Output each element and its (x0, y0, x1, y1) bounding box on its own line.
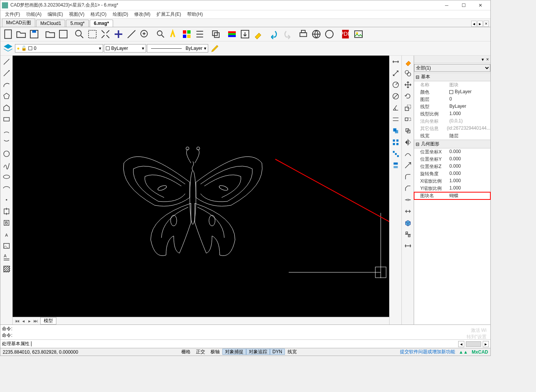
zoom-realtime-icon[interactable] (138, 28, 151, 40)
tab-close-icon[interactable]: × (483, 21, 489, 27)
mtext-icon[interactable]: A (1, 252, 12, 263)
menu-help[interactable]: 帮助(H) (184, 10, 206, 18)
minimize-button[interactable]: ─ (438, 0, 455, 10)
color-combo[interactable]: ByLayer ▾ (104, 44, 146, 53)
section-geometry[interactable]: ⊟ 几何图形 (414, 140, 490, 148)
drawing-canvas[interactable]: X Y 50 350 50 150 (13, 56, 389, 317)
print-icon[interactable] (297, 28, 309, 40)
fillet-icon[interactable] (403, 171, 413, 182)
copy-icon[interactable] (210, 28, 222, 40)
pencil-icon[interactable] (209, 42, 221, 54)
copy-blue-icon[interactable] (390, 125, 401, 136)
cmd-scroll-thumb[interactable] (466, 341, 481, 347)
zoom-all-icon[interactable] (99, 28, 112, 40)
list-icon[interactable] (194, 28, 206, 40)
array-path-icon[interactable] (390, 148, 401, 159)
copy-modify-icon[interactable] (403, 68, 413, 79)
ellipse-arc-icon[interactable] (1, 183, 12, 194)
polygon-icon[interactable] (1, 91, 12, 102)
menu-draw[interactable]: 绘图(D) (110, 10, 132, 18)
tab-prev-icon[interactable]: ◂ (471, 21, 477, 27)
pentagon-icon[interactable] (1, 102, 12, 113)
linetype-combo[interactable]: ByLayer ▾ (147, 44, 208, 53)
palette-icon[interactable] (226, 28, 238, 40)
scale-icon[interactable] (403, 102, 413, 113)
offset-icon[interactable] (403, 125, 413, 136)
layers-icon[interactable] (2, 42, 14, 54)
open-file-icon[interactable] (15, 28, 27, 40)
feedback-link[interactable]: 提交软件问题或增加新功能 (400, 349, 455, 355)
highlight-icon[interactable] (168, 28, 180, 40)
model-next-icon[interactable]: ▸ (26, 318, 33, 324)
folder-open-icon[interactable] (44, 28, 56, 40)
text-icon[interactable]: A (1, 229, 12, 240)
break-icon[interactable] (403, 194, 413, 205)
arc-icon[interactable] (1, 79, 12, 90)
property-row[interactable]: 图块名蝴蝶 (414, 192, 490, 199)
rectangle-icon[interactable] (1, 114, 12, 125)
move-icon[interactable] (403, 79, 413, 90)
brush-icon[interactable] (252, 28, 264, 40)
image-insert-icon[interactable] (1, 240, 12, 251)
property-row[interactable]: 位置坐标X0.000 (414, 148, 490, 156)
menu-function[interactable]: 功能(A) (23, 10, 44, 18)
image-icon[interactable] (352, 28, 365, 40)
selection-filter-combo[interactable]: 全部(1) (414, 64, 490, 72)
line-icon[interactable] (1, 56, 12, 67)
trim-icon[interactable] (403, 148, 413, 159)
menu-modify[interactable]: 修改(M) (131, 10, 153, 18)
tab-6mxg[interactable]: 6.mxg* (90, 20, 113, 27)
property-row[interactable]: 颜色ByLayer (414, 89, 490, 96)
property-row[interactable]: 名称图块 (414, 81, 490, 89)
dim-horizontal-icon[interactable] (390, 114, 401, 125)
menu-format[interactable]: 格式(O) (87, 10, 109, 18)
status-toggle-对象捕捉[interactable]: 对象捕捉 (222, 349, 246, 355)
web2-icon[interactable] (323, 28, 335, 40)
circle-icon[interactable] (1, 148, 12, 159)
panel-minimize-icon[interactable]: ▾ (482, 57, 484, 62)
model-last-icon[interactable]: ⏭ (33, 318, 39, 324)
export-icon[interactable] (239, 28, 251, 40)
tab-5mxg[interactable]: 5.mxg* (66, 20, 89, 27)
cmd-scroll-right-icon[interactable]: ▸ (483, 341, 489, 347)
chamfer-icon[interactable] (403, 183, 413, 194)
property-row[interactable]: 线宽随层 (414, 132, 490, 140)
zoom-extents-icon[interactable] (86, 28, 99, 40)
move-down-icon[interactable] (390, 160, 401, 171)
find-icon[interactable] (155, 28, 167, 40)
property-row[interactable]: 线型ByLayer (414, 103, 490, 110)
measure-icon[interactable] (125, 28, 138, 40)
model-first-icon[interactable]: ⏮ (14, 318, 20, 324)
property-row[interactable]: 旋转角度0.000 (414, 170, 490, 178)
redo-icon[interactable] (281, 28, 293, 40)
tab-mxcad-cloud[interactable]: MxCAD云图 (2, 18, 35, 27)
property-row[interactable]: 线型比例1.000 (414, 110, 490, 118)
new-file-icon[interactable] (2, 28, 14, 40)
dim-diameter-icon[interactable] (390, 91, 401, 102)
property-row[interactable]: 位置坐标Z0.000 (414, 163, 490, 170)
tab-next-icon[interactable]: ▸ (477, 21, 483, 27)
model-prev-icon[interactable]: ◂ (20, 318, 26, 324)
arc2-icon[interactable] (1, 125, 12, 136)
grid-colors-icon[interactable] (181, 28, 193, 40)
menu-ext-tools[interactable]: 扩展工具(E) (153, 10, 184, 18)
pdf-icon[interactable]: PDF (339, 28, 352, 40)
zoom-window-icon[interactable] (73, 28, 85, 40)
status-toggle-对象追踪[interactable]: 对象追踪 (246, 349, 270, 355)
save-as-icon[interactable] (57, 28, 69, 40)
close-button[interactable]: ✕ (472, 0, 489, 10)
dim-linear-icon[interactable] (390, 56, 401, 67)
status-toggle-线宽[interactable]: 线宽 (285, 349, 299, 355)
property-row[interactable]: 其它信息(id:2672329440144... (414, 125, 490, 132)
arc3-icon[interactable] (1, 137, 12, 148)
stretch-icon[interactable] (403, 114, 413, 125)
spline-icon[interactable] (1, 160, 12, 171)
dim-angular-icon[interactable] (390, 102, 401, 113)
ellipse-icon[interactable] (1, 171, 12, 182)
mirror-icon[interactable] (403, 137, 413, 148)
eraser-icon[interactable] (403, 56, 413, 67)
point-icon[interactable] (1, 194, 12, 205)
box3d-icon[interactable] (403, 217, 413, 228)
tab-mxcloud1[interactable]: MxCloud1 (36, 20, 65, 27)
web-icon[interactable] (310, 28, 322, 40)
